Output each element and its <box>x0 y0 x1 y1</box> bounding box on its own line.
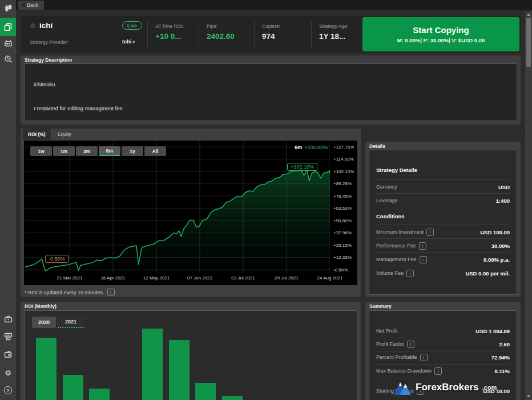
y-axis-tick-label: -0.50% <box>333 267 348 273</box>
info-icon[interactable]: i <box>434 367 442 375</box>
info-icon[interactable]: i <box>419 242 426 250</box>
live-status-badge: Live <box>122 21 142 30</box>
divider <box>254 21 255 48</box>
y-axis-tick-label: +102.10% <box>333 169 354 174</box>
chevron-down-icon: ▾ <box>132 40 135 44</box>
x-axis-tick-label: 12 May 2021 <box>143 275 170 281</box>
row-management-fee: Management Feei 0.00% p.a. <box>376 255 510 264</box>
app: { "topbar": { "back_label": "Back" }, "s… <box>0 0 532 400</box>
min-value-badge: -0.50% <box>45 255 68 263</box>
start-copying-button[interactable]: Start Copying M: 0.00%| P: 30.00%| V: $U… <box>362 17 519 51</box>
y-axis-tick-label: +89.28% <box>333 181 352 186</box>
info-icon[interactable]: i <box>406 270 414 277</box>
settings-gear-icon[interactable]: ⚙ <box>0 366 16 379</box>
metric-strategy-age: Strategy Age: 1Y 18... <box>313 16 364 53</box>
strategy-scanner-icon[interactable] <box>0 52 16 66</box>
back-label: Back <box>27 2 38 8</box>
scrollbar[interactable] <box>525 11 532 400</box>
range-6m[interactable]: 6m <box>99 146 120 156</box>
provider-label: Strategy Provider: <box>30 39 68 45</box>
scroll-down-arrow-icon[interactable] <box>527 395 530 398</box>
chart-legend: 6m+102.02% <box>295 145 328 150</box>
row-performance-fee: Performance Feei 30.00% <box>376 241 510 250</box>
panel-title: Strategy Description <box>25 57 72 63</box>
divider <box>376 266 510 266</box>
info-icon[interactable]: i <box>107 289 115 296</box>
tab-equity[interactable]: Equity <box>53 129 76 140</box>
help-icon[interactable]: ? <box>0 383 16 397</box>
divider <box>199 21 199 48</box>
copy-trading-icon[interactable] <box>0 18 16 36</box>
x-axis-tick-label: 16 Apr 2021 <box>100 275 125 281</box>
current-value-badge: +102.10% <box>287 163 317 171</box>
roi-chart-panel: ROI (%) Equity +127.75%+114.93%+102.10%+… <box>21 129 361 297</box>
details-body: Strategy Details CurrencyUSD Leverage1:4… <box>369 150 517 295</box>
roi-line-plot <box>25 142 330 273</box>
divider <box>376 179 510 180</box>
forexbrokers-watermark: ForexBrokers.com <box>393 375 518 400</box>
row-max-balance-drawdown: Max Balance Drawdowni 8.11% <box>376 366 510 375</box>
y-axis: +127.75%+114.93%+102.10%+89.28%+76.45%+6… <box>332 142 357 273</box>
candlestick-chart-icon[interactable] <box>0 1 16 15</box>
y-axis-tick-label: +37.98% <box>333 230 352 235</box>
monthly-roi-bar-mar <box>89 389 110 400</box>
y-axis-tick-label: +50.80% <box>333 218 352 223</box>
favorite-star-icon[interactable]: ☆ <box>30 22 36 30</box>
scroll-up-arrow-icon[interactable] <box>527 13 530 16</box>
robot-strategies-icon[interactable] <box>0 36 16 50</box>
portfolio-icon[interactable] <box>0 312 16 326</box>
range-1w[interactable]: 1w <box>30 146 52 156</box>
description-body: ichimoku I restarted for editing managme… <box>24 63 517 121</box>
roi-line-chart[interactable]: +127.75%+114.93%+102.10%+89.28%+76.45%+6… <box>24 141 357 285</box>
metric-pips: Pips: 2402.60 <box>201 16 251 53</box>
row-percent-profitable: Percent Profitablei 72.94% <box>376 353 510 362</box>
divider <box>376 338 510 338</box>
fee-summary: M: 0.00%| P: 30.00%| V: $USD 0.00 <box>397 37 485 43</box>
year-tab-2021[interactable]: 2021 <box>57 317 84 328</box>
section-conditions: Conditions <box>376 213 405 219</box>
monthly-roi-bar-feb <box>63 375 83 400</box>
strategy-title: ichi <box>39 21 53 30</box>
y-axis-tick-label: +12.33% <box>333 255 352 260</box>
info-icon[interactable]: i <box>420 354 428 361</box>
divider <box>376 238 510 239</box>
range-all[interactable]: All <box>144 146 166 156</box>
description-line: I restarted for editing managment fee <box>34 105 123 111</box>
tab-roi-percent[interactable]: ROI (%) <box>23 129 51 140</box>
year-tab-2020[interactable]: 2020 <box>32 317 56 328</box>
info-icon[interactable]: i <box>420 256 427 263</box>
back-button[interactable]: Back <box>18 1 44 10</box>
row-leverage: Leverage1:400 <box>376 196 510 205</box>
strategy-description-panel: Strategy Description ichimoku I restarte… <box>21 55 521 125</box>
info-icon[interactable]: i <box>407 341 414 348</box>
divider <box>376 351 510 351</box>
roi-monthly-panel: ROI (Monthly) 2020 2021 <box>21 302 361 400</box>
panel-title: ROI (Monthly) <box>25 303 57 309</box>
x-axis-tick-label: 07 Jun 2021 <box>187 275 212 281</box>
row-volume-fee: Volume Feei USD 0.00 per mil. <box>376 269 510 278</box>
roi-monthly-chart: 2020 2021 <box>24 310 357 400</box>
divider <box>376 364 510 365</box>
provider-dropdown[interactable]: Ichi▾ <box>122 38 135 45</box>
range-3m[interactable]: 3m <box>76 146 98 156</box>
deposit-terminal-icon[interactable] <box>0 330 16 343</box>
wallet-icon[interactable] <box>0 347 16 361</box>
row-currency: CurrencyUSD <box>376 182 510 191</box>
sidebar: ⚙ ? <box>0 0 16 400</box>
divider <box>147 21 148 48</box>
monthly-roi-bar-aug <box>222 396 243 400</box>
range-selector: 1w 1m 3m 6m 1y All <box>30 146 166 156</box>
divider <box>376 193 510 194</box>
info-icon[interactable]: i <box>426 229 434 236</box>
monthly-roi-bar-may <box>142 329 163 400</box>
range-1y[interactable]: 1y <box>122 146 143 156</box>
monthly-roi-bar-jan <box>36 338 57 400</box>
row-profit-factor: Profit Factori 2.60 <box>376 339 510 349</box>
y-axis-tick-label: +114.93% <box>333 157 354 162</box>
metric-copiers: Copiers: 974 <box>256 16 307 53</box>
back-arrow-icon <box>22 3 25 7</box>
roi-footnote: * ROI is updated every 15 minutes. i <box>25 289 115 296</box>
divider <box>376 252 510 253</box>
range-1m[interactable]: 1m <box>53 146 75 156</box>
scrollbar-thumb[interactable] <box>526 18 531 67</box>
